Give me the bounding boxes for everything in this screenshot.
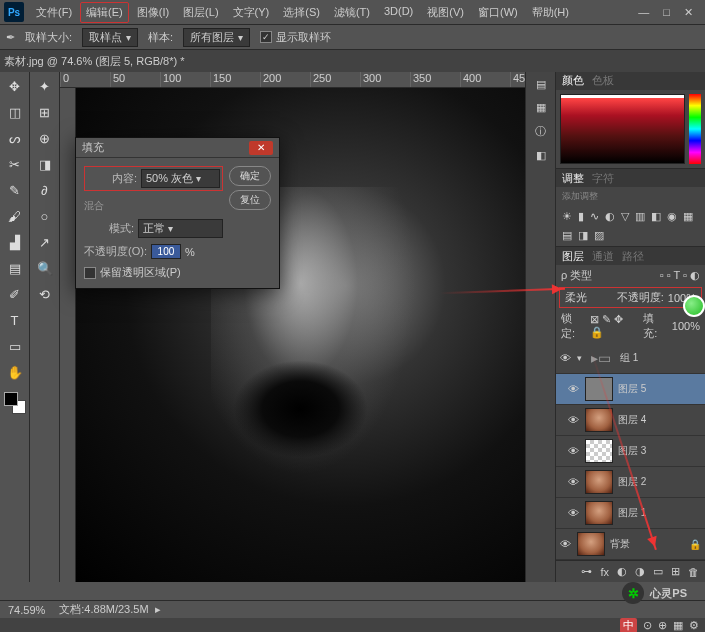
adj-post-icon[interactable]: ▨: [594, 229, 604, 242]
type-tool[interactable]: T: [4, 310, 26, 330]
visibility-icon[interactable]: 👁: [568, 476, 580, 488]
ime-indicator[interactable]: 中: [620, 618, 637, 633]
tray-icon[interactable]: ⚙: [689, 619, 699, 632]
layer-5[interactable]: 👁图层 5: [556, 374, 705, 405]
menu-file[interactable]: 文件(F): [30, 2, 78, 23]
tab-paths[interactable]: 路径: [622, 249, 644, 264]
menu-select[interactable]: 选择(S): [277, 2, 326, 23]
adj-hue-icon[interactable]: ▥: [635, 210, 645, 223]
crop-tool[interactable]: ✂: [4, 154, 26, 174]
reset-button[interactable]: 复位: [229, 190, 271, 210]
menu-filter[interactable]: 滤镜(T): [328, 2, 376, 23]
adj-vibrance-icon[interactable]: ▽: [621, 210, 629, 223]
dialog-close-icon[interactable]: ✕: [249, 141, 273, 155]
layer-bg[interactable]: 👁背景🔒: [556, 529, 705, 560]
layer-filter[interactable]: ρ 类型: [561, 268, 592, 283]
new-layer-icon[interactable]: ⊞: [671, 565, 680, 578]
zoom-level[interactable]: 74.59%: [8, 604, 45, 616]
tab-channels[interactable]: 通道: [592, 249, 614, 264]
wand-tool[interactable]: ✦: [34, 76, 56, 96]
adj-exposure-icon[interactable]: ◐: [605, 210, 615, 223]
sample-size-select[interactable]: 取样点 ▾: [82, 28, 138, 47]
color-swatch[interactable]: [4, 392, 26, 414]
tab-char[interactable]: 字符: [592, 171, 614, 186]
props-icon[interactable]: ◧: [536, 149, 546, 162]
shape-tool[interactable]: ▭: [4, 336, 26, 356]
layer-1[interactable]: 👁图层 1: [556, 498, 705, 529]
actions-icon[interactable]: ▦: [536, 101, 546, 114]
stamp-tool[interactable]: ▟: [4, 232, 26, 252]
blur-tool[interactable]: ∂: [34, 180, 56, 200]
link-icon[interactable]: ⊶: [581, 565, 592, 578]
layer-group[interactable]: 👁▾▸▭组 1: [556, 343, 705, 374]
adj-levels-icon[interactable]: ▮: [578, 210, 584, 223]
adj-photo-icon[interactable]: ◉: [667, 210, 677, 223]
menu-view[interactable]: 视图(V): [421, 2, 470, 23]
visibility-icon[interactable]: 👁: [568, 383, 580, 395]
eyedropper-icon[interactable]: ✒: [6, 31, 15, 44]
pen-tool[interactable]: ✐: [4, 284, 26, 304]
dodge-tool[interactable]: ○: [34, 206, 56, 226]
trash-icon[interactable]: 🗑: [688, 566, 699, 578]
rotate-tool[interactable]: ⟲: [34, 284, 56, 304]
visibility-icon[interactable]: 👁: [568, 414, 580, 426]
opacity-input[interactable]: 100: [151, 244, 181, 259]
show-ring-check[interactable]: ✓显示取样环: [260, 30, 331, 45]
tab-layers[interactable]: 图层: [562, 249, 584, 264]
visibility-icon[interactable]: 👁: [568, 445, 580, 457]
menu-help[interactable]: 帮助(H): [526, 2, 575, 23]
path-tool[interactable]: ↗: [34, 232, 56, 252]
history-icon[interactable]: ▤: [536, 78, 546, 91]
menu-edit[interactable]: 编辑(E): [80, 2, 129, 23]
tray-icon[interactable]: ⊕: [658, 619, 667, 632]
move-tool[interactable]: ✥: [4, 76, 26, 96]
gradient-tool[interactable]: ▤: [4, 258, 26, 278]
adj-bw-icon[interactable]: ◧: [651, 210, 661, 223]
adj-layer-icon[interactable]: ◑: [635, 565, 645, 578]
adj-mixer-icon[interactable]: ▦: [683, 210, 693, 223]
adj-curves-icon[interactable]: ∿: [590, 210, 599, 223]
hand-tool[interactable]: ✋: [4, 362, 26, 382]
lasso-tool[interactable]: ᔕ: [4, 128, 26, 148]
menu-image[interactable]: 图像(I): [131, 2, 175, 23]
marquee-tool[interactable]: ◫: [4, 102, 26, 122]
fx-icon[interactable]: fx: [600, 566, 609, 578]
menu-3d[interactable]: 3D(D): [378, 2, 419, 23]
color-picker[interactable]: [556, 90, 705, 168]
window-close-icon[interactable]: ✕: [684, 6, 693, 19]
blend-mode-row[interactable]: 柔光不透明度:100%: [559, 287, 702, 308]
menu-window[interactable]: 窗口(W): [472, 2, 524, 23]
visibility-icon[interactable]: 👁: [568, 507, 580, 519]
window-min-icon[interactable]: —: [638, 6, 649, 19]
menu-type[interactable]: 文字(Y): [227, 2, 276, 23]
layer-2[interactable]: 👁图层 2: [556, 467, 705, 498]
brush-tool[interactable]: 🖌: [4, 206, 26, 226]
menu-layer[interactable]: 图层(L): [177, 2, 224, 23]
visibility-icon[interactable]: 👁: [560, 538, 572, 550]
document-tab[interactable]: 素材.jpg @ 74.6% (图层 5, RGB/8*) *: [0, 50, 705, 72]
adj-invert-icon[interactable]: ◨: [578, 229, 588, 242]
info-icon[interactable]: ⓘ: [535, 124, 546, 139]
sample-mode-select[interactable]: 所有图层 ▾: [183, 28, 250, 47]
visibility-icon[interactable]: 👁: [560, 352, 572, 364]
group-icon[interactable]: ▭: [653, 565, 663, 578]
window-max-icon[interactable]: □: [663, 6, 670, 19]
layer-3[interactable]: 👁图层 3: [556, 436, 705, 467]
heal-tool[interactable]: ⊕: [34, 128, 56, 148]
tray-icon[interactable]: ▦: [673, 619, 683, 632]
tab-swatch[interactable]: 色板: [592, 73, 614, 88]
preserve-check[interactable]: 保留透明区域(P): [84, 265, 181, 280]
zoom-tool[interactable]: 🔍: [34, 258, 56, 278]
mask-icon[interactable]: ◐: [617, 565, 627, 578]
mode-select[interactable]: 正常 ▾: [138, 219, 223, 238]
adj-brightness-icon[interactable]: ☀: [562, 210, 572, 223]
layer-4[interactable]: 👁图层 4: [556, 405, 705, 436]
tab-color[interactable]: 颜色: [562, 73, 584, 88]
eyedropper-tool[interactable]: ✎: [4, 180, 26, 200]
tab-adjust[interactable]: 调整: [562, 171, 584, 186]
content-select[interactable]: 50% 灰色 ▾: [141, 169, 220, 188]
tray-icon[interactable]: ⊙: [643, 619, 652, 632]
ok-button[interactable]: 确定: [229, 166, 271, 186]
eraser-tool[interactable]: ◨: [34, 154, 56, 174]
adj-lookup-icon[interactable]: ▤: [562, 229, 572, 242]
